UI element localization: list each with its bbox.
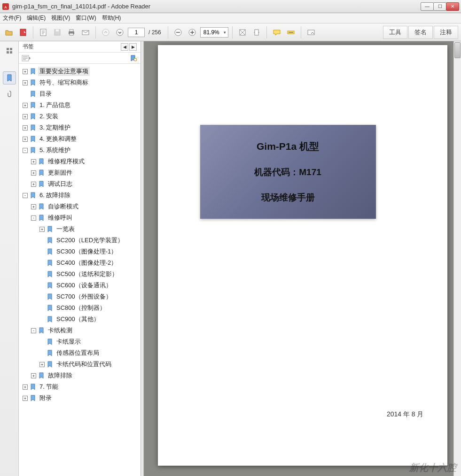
email-button[interactable] [79,26,92,38]
minimize-button[interactable]: — [421,2,434,11]
svg-rect-18 [7,48,9,50]
bookmark-item[interactable]: SC300（图像处理-1） [20,246,140,257]
bookmark-item[interactable]: +1. 产品信息 [20,100,140,111]
bookmark-find-icon[interactable] [129,54,138,62]
bookmark-options-icon[interactable] [22,54,31,62]
svg-rect-15 [255,30,258,35]
zoom-in-button[interactable] [186,26,198,38]
bookmark-label: 4. 更换和调整 [38,134,78,144]
bookmark-item[interactable]: +维修程序模式 [20,156,140,167]
cover-line3: 现场维修手册 [261,192,315,204]
bookmark-item[interactable]: +调试日志 [20,178,140,190]
bookmark-item[interactable]: +符号、缩写和商标 [20,77,140,88]
bookmark-label: SC900（其他） [55,315,101,324]
expand-toggle[interactable]: + [31,182,36,187]
bookmarks-tree[interactable]: +重要安全注意事项+符号、缩写和商标目录+1. 产品信息+2. 安装+3. 定期… [19,64,141,476]
bookmark-item[interactable]: +7. 节能 [20,381,140,392]
expand-toggle[interactable]: + [23,114,28,119]
bookmark-item[interactable]: +自诊断模式 [20,201,140,212]
bookmark-item[interactable]: 卡纸显示 [20,336,140,347]
expand-toggle[interactable]: + [23,80,28,85]
read-mode-button[interactable] [305,26,317,38]
expand-toggle[interactable]: + [31,170,36,176]
menu-view[interactable]: 视图(V) [51,14,70,22]
save-button[interactable] [51,26,63,38]
expand-toggle[interactable]: - [23,193,28,198]
bookmarks-panel: 书签 ◀ ▶ +重要安全注意事项+符号、缩写和商标目录+1. 产品信息+2. 安… [19,41,141,476]
bookmark-item[interactable]: SC900（其他） [20,314,140,325]
bookmark-item[interactable]: +更新固件 [20,167,140,178]
bookmark-label: 7. 节能 [38,382,60,392]
vertical-scrollbar[interactable] [453,41,461,476]
highlight-tool-button[interactable] [285,26,297,38]
create-pdf-button[interactable] [17,26,29,38]
bookmark-next-button[interactable]: ▶ [129,43,137,51]
close-button[interactable]: ✕ [446,2,459,11]
bookmark-prev-button[interactable]: ◀ [121,43,128,51]
page-number-input[interactable] [128,28,145,37]
document-view[interactable]: Gim-P1a 机型 机器代码：M171 现场维修手册 2014 年 8 月 新… [144,41,461,476]
bookmark-item[interactable]: -5. 系统维护 [20,145,140,156]
comment-tool-button[interactable] [271,26,283,38]
convert-button[interactable] [37,26,49,38]
attachments-panel-button[interactable] [3,87,16,100]
menu-file[interactable]: 文件(F) [3,14,21,22]
comment-tab[interactable]: 注释 [434,26,458,39]
bookmark-icon [30,102,36,108]
bookmark-item[interactable]: SC600（设备通讯） [20,280,140,291]
open-button[interactable] [3,26,15,38]
expand-toggle[interactable]: + [31,159,36,164]
bookmark-item[interactable]: +3. 定期维护 [20,122,140,133]
bookmark-icon [47,361,53,368]
bookmark-item[interactable]: +2. 安装 [20,111,140,122]
bookmarks-panel-button[interactable] [3,71,16,84]
expand-toggle[interactable]: + [23,69,28,74]
thumbnails-panel-button[interactable] [3,44,16,57]
fit-button-2[interactable] [250,26,263,38]
bookmark-item[interactable]: 传感器位置布局 [20,347,140,359]
bookmark-icon [30,113,36,120]
bookmark-item[interactable]: +重要安全注意事项 [20,66,140,77]
bookmark-item[interactable]: SC200（LED光学装置） [20,235,140,246]
zoom-select[interactable]: 81.9% [200,27,228,38]
bookmark-item[interactable]: SC800（控制器） [20,302,140,314]
bookmark-item[interactable]: 目录 [20,88,140,100]
expand-toggle[interactable]: + [39,227,45,232]
expand-toggle[interactable]: + [23,396,28,401]
expand-toggle[interactable]: - [23,148,28,153]
expand-toggle[interactable]: + [31,373,36,378]
bookmark-item[interactable]: -维修呼叫 [20,212,140,223]
menu-edit[interactable]: 编辑(E) [27,14,46,22]
expand-toggle[interactable]: + [31,204,36,209]
bookmark-item[interactable]: SC400（图像处理-2） [20,257,140,269]
tools-tab[interactable]: 工具 [383,26,407,39]
bookmark-icon [47,248,53,255]
bookmark-item[interactable]: +4. 更换和调整 [20,133,140,145]
bookmark-item[interactable]: -6. 故障排除 [20,190,140,201]
menu-help[interactable]: 帮助(H) [102,14,121,22]
expand-toggle[interactable]: - [31,328,36,333]
print-button[interactable] [65,26,78,38]
bookmark-item[interactable]: +故障排除 [20,370,140,381]
fit-button-1[interactable] [236,26,249,38]
bookmark-item[interactable]: SC700（外围设备） [20,291,140,302]
expand-toggle[interactable]: + [23,125,28,131]
bookmark-item[interactable]: +卡纸代码和位置代码 [20,359,140,370]
bookmark-item[interactable]: +一览表 [20,223,140,235]
maximize-button[interactable]: ☐ [433,2,446,11]
bookmark-item[interactable]: -卡纸检测 [20,325,140,336]
expand-toggle[interactable]: + [23,103,28,108]
menu-window[interactable]: 窗口(W) [76,14,96,22]
sign-tab[interactable]: 签名 [408,26,433,39]
bookmark-item[interactable]: +附录 [20,392,140,404]
expand-toggle[interactable]: + [23,384,28,390]
expand-toggle[interactable]: + [23,137,28,142]
bookmark-item[interactable]: SC500（送纸和定影） [20,269,140,280]
page-up-button[interactable] [100,26,112,38]
expand-toggle[interactable]: + [39,362,45,367]
expand-toggle[interactable]: - [31,215,36,221]
pdf-page: Gim-P1a 机型 机器代码：M171 现场维修手册 2014 年 8 月 [158,45,447,466]
scrollbar-thumb[interactable] [454,42,461,58]
zoom-out-button[interactable] [172,26,184,38]
page-down-button[interactable] [114,26,126,38]
